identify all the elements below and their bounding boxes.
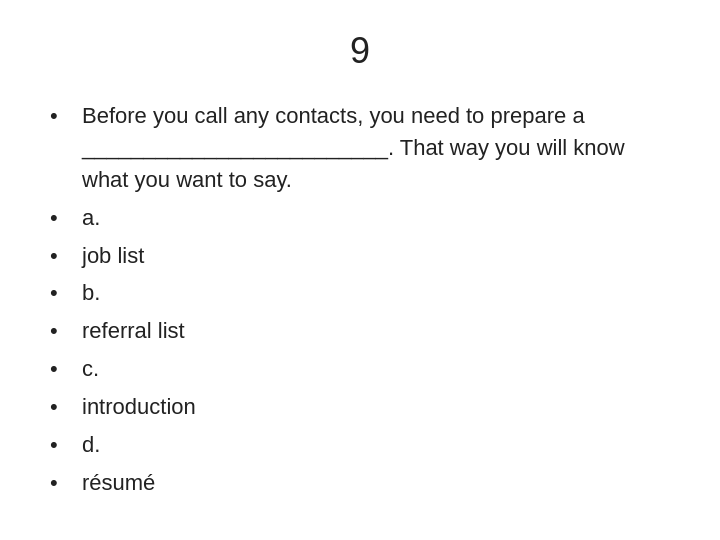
bullet-b: • [50,277,72,309]
item-text-job-list: job list [82,240,670,272]
bullet-c: • [50,353,72,385]
bullet-d: • [50,429,72,461]
page-number: 9 [50,30,670,72]
list-item: • job list [50,240,670,272]
item-text-c-label: c. [82,353,670,385]
list-item: • c. [50,353,670,385]
item-text-a-label: a. [82,202,670,234]
content-list: • Before you call any contacts, you need… [50,100,670,505]
list-item: • referral list [50,315,670,347]
bullet-main: • [50,100,72,132]
list-item: • Before you call any contacts, you need… [50,100,670,196]
item-text-introduction: introduction [82,391,670,423]
item-text-d-label: d. [82,429,670,461]
bullet-job-list: • [50,240,72,272]
list-item: • résumé [50,467,670,499]
item-text-referral-list: referral list [82,315,670,347]
item-text-resume: résumé [82,467,670,499]
bullet-referral-list: • [50,315,72,347]
item-text-b-label: b. [82,277,670,309]
list-item: • introduction [50,391,670,423]
bullet-a: • [50,202,72,234]
bullet-resume: • [50,467,72,499]
list-item: • a. [50,202,670,234]
list-item: • d. [50,429,670,461]
list-item: • b. [50,277,670,309]
item-text-main: Before you call any contacts, you need t… [82,100,670,196]
page-container: 9 • Before you call any contacts, you ne… [0,0,720,540]
bullet-introduction: • [50,391,72,423]
